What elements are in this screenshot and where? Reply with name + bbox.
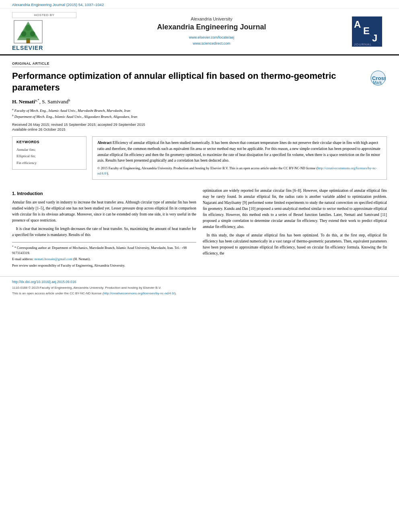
- footnote-email-person: (H. Nemati).: [73, 257, 90, 261]
- article-body: KEYWORDS Annular fins; Elliptical fin; F…: [12, 136, 387, 183]
- intro-para-3: optimization are widely reported for ann…: [203, 188, 387, 230]
- bottom-cc-text: This is an open access article under the…: [12, 292, 103, 295]
- main-col-right: optimization are widely reported for ann…: [203, 188, 387, 268]
- footnote-corresponding-text: * Corresponding author at: Department of…: [12, 246, 187, 255]
- dates-line-1: Received 26 May 2015; revised 15 Septemb…: [12, 123, 387, 127]
- copyright-line: © 2015 Faculty of Engineering, Alexandri…: [97, 166, 382, 176]
- author-sep: , S. Samivand: [39, 99, 68, 105]
- bottom-cc-end: ).: [175, 292, 177, 295]
- keyword-3: Fin efficiency: [16, 160, 82, 166]
- aej-journal-logo: A E J JOURNAL: [352, 16, 382, 47]
- aej-logo-block: A E J JOURNAL: [347, 9, 387, 54]
- crossmark-badge: Cross Mark: [369, 70, 387, 86]
- journal-links: www.elsevier.com/locate/aej www.scienced…: [189, 35, 234, 47]
- affiliation-a-sup: a: [12, 108, 14, 111]
- svg-text:JOURNAL: JOURNAL: [354, 43, 372, 46]
- journal-name: Alexandria Engineering Journal: [157, 23, 266, 31]
- footnote-corresponding: * * Corresponding author at: Department …: [12, 244, 196, 255]
- svg-point-4: [30, 31, 35, 37]
- copyright-text-1: © 2015 Faculty of Engineering, Alexandri…: [97, 166, 318, 170]
- svg-text:A: A: [354, 19, 361, 30]
- keywords-title: KEYWORDS: [16, 140, 82, 144]
- doi-line: http://dx.doi.org/10.1016/j.aej.2015.09.…: [12, 279, 387, 285]
- university-name: Alexandria University: [191, 16, 232, 21]
- bottom-cc-link[interactable]: http://creativecommons.org/licenses/by-n…: [103, 292, 175, 295]
- svg-text:E: E: [363, 25, 370, 36]
- article-title-row: Performance optimization of annular elli…: [12, 70, 387, 93]
- svg-point-3: [21, 31, 26, 37]
- introduction-heading: 1. Introduction: [12, 190, 196, 197]
- abstract-block: Abstract Efficiency of annular elliptica…: [92, 136, 387, 179]
- main-col-left: 1. Introduction Annular fins are used va…: [12, 188, 196, 268]
- intro-para-4: In this study, the shape of annular elli…: [203, 232, 387, 257]
- svg-text:J: J: [372, 33, 377, 43]
- keywords-box: KEYWORDS Annular fins; Elliptical fin; F…: [12, 136, 86, 170]
- footnote-peer-review: Peer review under responsibility of Facu…: [12, 263, 196, 268]
- intro-para-2: It is clear that increasing fin length d…: [12, 226, 196, 238]
- elsevier-tree-logo: [12, 20, 44, 44]
- page: Alexandria Engineering Journal (2015) 54…: [0, 0, 399, 532]
- intro-para-1: Annular fins are used vastly in industry…: [12, 199, 196, 224]
- copyright-text-end: ).: [107, 171, 109, 175]
- authors-line: H. Nematia,*, S. Samivandb: [12, 98, 387, 105]
- abstract-column: Abstract Efficiency of annular elliptica…: [92, 136, 387, 183]
- affiliation-b-sup: b: [12, 114, 14, 117]
- journal-header: HOSTED BY ELSEVIER Alexandria University…: [0, 9, 399, 55]
- bottom-copyright-line: 1110-0168 © 2015 Faculty of Engineering,…: [12, 285, 387, 291]
- journal-reference-link[interactable]: Alexandria Engineering Journal (2015) 54…: [12, 2, 104, 7]
- crossmark-icon: Cross Mark: [370, 70, 386, 86]
- doi-link[interactable]: http://dx.doi.org/10.1016/j.aej.2015.09.…: [12, 280, 76, 284]
- journal-reference-bar: Alexandria Engineering Journal (2015) 54…: [0, 0, 399, 9]
- affiliation-b: b Department of Mech. Eng., Islamic Azad…: [12, 113, 387, 119]
- section-type-label: ORIGINAL ARTICLE: [12, 62, 49, 67]
- keyword-2: Elliptical fin;: [16, 153, 82, 159]
- content-area: ORIGINAL ARTICLE Performance optimizatio…: [0, 55, 399, 272]
- author-2-sup: b: [68, 98, 70, 102]
- abstract-text: Efficiency of annular elliptical fin has…: [97, 141, 380, 162]
- sciencedirect-link[interactable]: www.sciencedirect.com: [193, 41, 230, 45]
- affiliation-a: a Faculty of Mech. Eng., Islamic Azad Un…: [12, 107, 387, 113]
- article-title: Performance optimization of annular elli…: [12, 70, 342, 93]
- bottom-copyright-text-1: 1110-0168 © 2015 Faculty of Engineering,…: [12, 286, 161, 290]
- keyword-1: Annular fins;: [16, 146, 82, 153]
- dates-line-2: Available online 26 October 2015: [12, 127, 387, 131]
- hosted-by-label: HOSTED BY: [12, 12, 76, 18]
- bottom-cc-line: This is an open access article under the…: [12, 291, 387, 296]
- author-1-name: H. Nemati: [12, 99, 35, 105]
- journal-title-block: Alexandria University Alexandria Enginee…: [76, 9, 347, 54]
- elsevier-wordmark: ELSEVIER: [12, 45, 43, 51]
- author-1-sup: a,*: [35, 98, 39, 102]
- elsevier-link[interactable]: www.elsevier.com/locate/aej: [189, 35, 234, 39]
- main-text-columns: 1. Introduction Annular fins are used va…: [12, 188, 387, 268]
- footnote-email-link[interactable]: nemati.hossain@gmail.com: [34, 257, 72, 261]
- elsevier-branding: HOSTED BY ELSEVIER: [12, 9, 76, 54]
- footnote-star-sup: *: [12, 245, 14, 248]
- svg-point-5: [25, 25, 31, 31]
- svg-text:Mark: Mark: [373, 80, 382, 85]
- affiliations-block: a Faculty of Mech. Eng., Islamic Azad Un…: [12, 107, 387, 120]
- footnote-email-line: E-mail address: nemati.hossain@gmail.com…: [12, 257, 196, 262]
- abstract-label: Abstract: [97, 141, 111, 145]
- keywords-sidebar: KEYWORDS Annular fins; Elliptical fin; F…: [12, 136, 86, 183]
- bottom-bar: http://dx.doi.org/10.1016/j.aej.2015.09.…: [0, 276, 399, 298]
- footnotes-section: * * Corresponding author at: Department …: [12, 242, 196, 268]
- footnote-email-label: E-mail address:: [12, 257, 33, 261]
